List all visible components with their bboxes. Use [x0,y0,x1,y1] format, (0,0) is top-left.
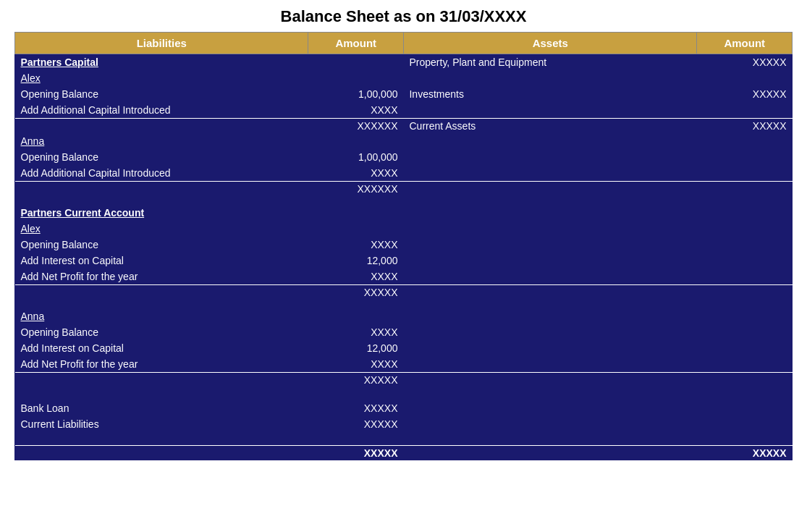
table-row: XXXXX [15,373,793,388]
liabilities-cell: Opening Balance [15,149,308,165]
liabilities-cell: Opening Balance [15,86,308,102]
liabilities-cell: Opening Balance [15,324,308,340]
table-row: Partners CapitalProperty, Plant and Equi… [15,54,793,71]
amount-r-cell [697,133,793,149]
amount-r-cell [697,308,793,324]
amount-r-cell [697,253,793,269]
table-row: Opening BalanceXXXX [15,237,793,253]
amount-l-cell [308,54,404,71]
assets-cell [403,416,696,432]
assets-cell [403,400,696,416]
amount-l-cell: XXXX [308,356,404,373]
table-row: Opening Balance1,00,000InvestmentsXXXXX [15,86,793,102]
table-row: Add Additional Capital IntroducedXXXX [15,102,793,119]
table-row: Opening Balance1,00,000 [15,149,793,165]
table-row: Anna [15,308,793,324]
amount-l-cell: XXXX [308,165,404,182]
amount-l-cell [308,221,404,237]
assets-cell [403,237,696,253]
liabilities-cell: Current Liabilities [15,416,308,432]
table-row: Add Interest on Capital12,000 [15,253,793,269]
liabilities-cell: Add Interest on Capital [15,253,308,269]
liabilities-cell: Anna [15,133,308,149]
assets-cell [403,269,696,285]
table-row: XXXXX [15,285,793,300]
amount-l-cell [308,205,404,221]
amount-l-cell: 1,00,000 [308,86,404,102]
amount-r-cell: XXXXX [697,446,793,461]
table-row: XXXXXXCurrent AssetsXXXXX [15,119,793,134]
assets-cell [403,324,696,340]
liabilities-cell: Alex [15,221,308,237]
assets-cell [403,205,696,221]
amount-r-cell: XXXXX [697,86,793,102]
amount-r-cell [697,400,793,416]
amount-l-cell: 12,000 [308,340,404,356]
liabilities-cell: Alex [15,70,308,86]
amount-l-cell: XXXXX [308,373,404,388]
assets-cell [403,446,696,461]
amount-l-cell: XXXX [308,324,404,340]
table-row: Anna [15,133,793,149]
assets-cell [403,102,696,119]
amount-r-cell: XXXXX [697,54,793,71]
amount-r-cell [697,356,793,373]
liabilities-cell: Partners Capital [15,54,308,71]
amount-r-cell [697,102,793,119]
amount-r-cell [697,324,793,340]
liabilities-cell: Add Additional Capital Introduced [15,165,308,182]
amount-l-cell: XXXXX [308,400,404,416]
header-amount-r: Amount [697,33,793,54]
amount-l-cell: XXXXXX [308,119,404,134]
table-row: Add Interest on Capital12,000 [15,340,793,356]
amount-r-cell [697,182,793,197]
liabilities-cell: Opening Balance [15,237,308,253]
liabilities-cell [15,373,308,388]
liabilities-cell: Add Net Profit for the year [15,356,308,373]
table-row: Add Net Profit for the yearXXXX [15,269,793,285]
amount-r-cell [697,205,793,221]
amount-l-cell [308,133,404,149]
assets-cell [403,133,696,149]
amount-l-cell: XXXXX [308,416,404,432]
amount-l-cell: XXXXX [308,446,404,461]
amount-r-cell [697,269,793,285]
liabilities-cell: Anna [15,308,308,324]
assets-cell [403,253,696,269]
assets-cell: Investments [403,86,696,102]
table-row: XXXXXX [15,182,793,197]
balance-sheet-table: Liabilities Amount Assets Amount Partner… [14,32,793,460]
amount-r-cell [697,237,793,253]
liabilities-cell: Add Additional Capital Introduced [15,102,308,119]
assets-cell [403,285,696,300]
table-row: Alex [15,70,793,86]
amount-l-cell [308,70,404,86]
header-liabilities: Liabilities [15,33,308,54]
assets-cell: Property, Plant and Equipment [403,54,696,71]
assets-cell [403,221,696,237]
table-row: XXXXXXXXXX [15,446,793,461]
liabilities-cell: Add Interest on Capital [15,340,308,356]
amount-l-cell: XXXXXX [308,182,404,197]
amount-l-cell: XXXX [308,269,404,285]
assets-cell [403,356,696,373]
amount-r-cell [697,70,793,86]
amount-r-cell [697,373,793,388]
liabilities-cell: Bank Loan [15,400,308,416]
assets-cell [403,373,696,388]
assets-cell [403,340,696,356]
table-row: Opening BalanceXXXX [15,324,793,340]
amount-l-cell: XXXX [308,102,404,119]
amount-r-cell [697,149,793,165]
table-row: Add Net Profit for the yearXXXX [15,356,793,373]
liabilities-cell [15,119,308,134]
liabilities-cell [15,285,308,300]
liabilities-cell [15,182,308,197]
amount-l-cell: XXXX [308,237,404,253]
amount-l-cell [308,308,404,324]
assets-cell [403,165,696,182]
table-row: Bank LoanXXXXX [15,400,793,416]
assets-cell: Current Assets [403,119,696,134]
amount-l-cell: XXXXX [308,285,404,300]
amount-l-cell: 12,000 [308,253,404,269]
